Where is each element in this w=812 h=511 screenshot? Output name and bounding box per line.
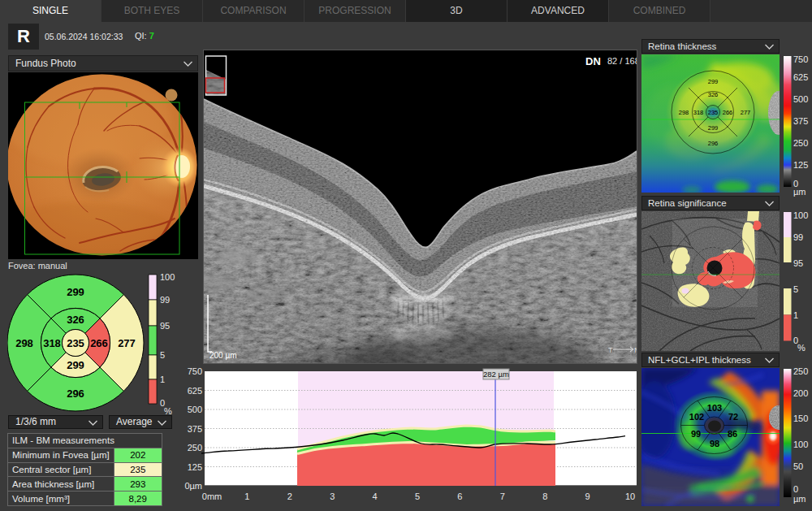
svg-text:5: 5 [793, 284, 798, 294]
svg-text:250: 250 [793, 366, 808, 376]
svg-text:100: 100 [160, 274, 175, 282]
svg-text:318: 318 [43, 337, 61, 349]
svg-text:8: 8 [542, 492, 547, 501]
svg-text:625: 625 [793, 72, 808, 82]
svg-text:100: 100 [793, 210, 808, 220]
svg-text:250: 250 [793, 138, 808, 148]
svg-text:250: 250 [188, 443, 202, 453]
svg-text:375: 375 [188, 424, 202, 434]
svg-text:282 µm: 282 µm [483, 370, 509, 379]
svg-text:7: 7 [500, 492, 505, 501]
svg-text:2: 2 [287, 492, 292, 501]
svg-text:500: 500 [793, 94, 808, 104]
svg-text:1: 1 [793, 310, 798, 320]
svg-text:99: 99 [160, 295, 170, 305]
svg-text:375: 375 [793, 116, 808, 126]
svg-text:100: 100 [793, 440, 808, 449]
svg-text:235: 235 [708, 109, 719, 116]
svg-text:266: 266 [723, 109, 733, 116]
svg-text:299: 299 [67, 286, 84, 298]
svg-text:99: 99 [793, 232, 803, 242]
svg-text:0µm: 0µm [184, 481, 202, 491]
svg-text:%: % [797, 343, 806, 353]
svg-text:296: 296 [67, 388, 84, 400]
svg-text:299: 299 [708, 78, 719, 85]
svg-text:72: 72 [728, 412, 738, 422]
svg-text:298: 298 [15, 337, 33, 349]
svg-text:DN: DN [585, 55, 601, 67]
svg-text:326: 326 [67, 314, 84, 326]
svg-text:326: 326 [708, 91, 719, 98]
svg-text:T: T [608, 346, 613, 354]
svg-text:625: 625 [188, 386, 202, 396]
svg-text:0mm: 0mm [202, 492, 222, 501]
svg-text:277: 277 [118, 337, 136, 349]
svg-text:102: 102 [689, 412, 704, 422]
svg-text:99: 99 [691, 429, 701, 439]
svg-text:82 / 168: 82 / 168 [607, 56, 637, 66]
svg-text:125: 125 [188, 462, 202, 472]
svg-text:86: 86 [728, 429, 737, 439]
svg-text:277: 277 [741, 109, 751, 116]
svg-text:318: 318 [693, 109, 704, 116]
svg-text:µm: µm [793, 494, 806, 504]
svg-text:500: 500 [188, 405, 202, 414]
svg-text:750: 750 [188, 366, 202, 376]
svg-text:6: 6 [457, 492, 462, 501]
svg-text:103: 103 [707, 403, 722, 413]
svg-text:N: N [634, 346, 637, 354]
svg-text:0: 0 [793, 484, 798, 494]
svg-text:95: 95 [160, 321, 170, 331]
svg-text:299: 299 [708, 124, 719, 132]
svg-text:296: 296 [708, 140, 719, 147]
svg-text:50: 50 [793, 461, 803, 471]
svg-text:298: 298 [679, 109, 689, 116]
svg-text:µm: µm [793, 187, 806, 197]
svg-text:266: 266 [90, 337, 108, 349]
svg-text:95: 95 [793, 258, 803, 268]
svg-text:299: 299 [67, 359, 84, 371]
svg-text:10: 10 [625, 492, 635, 501]
svg-text:150: 150 [793, 414, 808, 423]
svg-text:200: 200 [793, 388, 808, 398]
svg-text:1: 1 [160, 375, 165, 384]
svg-text:235: 235 [67, 337, 84, 349]
svg-text:125: 125 [793, 160, 808, 170]
svg-text:3: 3 [330, 492, 335, 501]
svg-text:98: 98 [710, 439, 719, 448]
svg-text:200 µm: 200 µm [209, 351, 237, 360]
svg-text:750: 750 [793, 54, 808, 64]
svg-text:9: 9 [585, 492, 590, 501]
svg-text:5: 5 [160, 350, 165, 360]
svg-text:1: 1 [244, 492, 249, 501]
svg-text:4: 4 [373, 492, 378, 501]
svg-text:5: 5 [415, 492, 420, 501]
